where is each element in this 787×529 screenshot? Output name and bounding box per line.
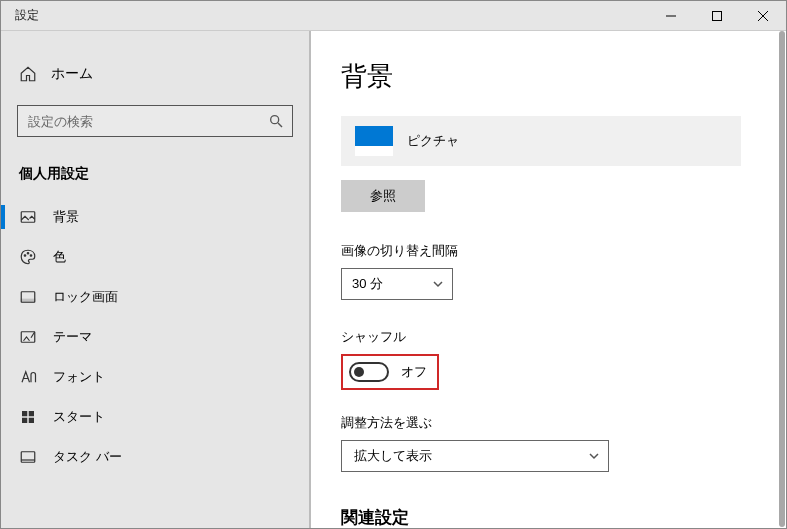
maximize-button[interactable] <box>694 1 740 31</box>
close-button[interactable] <box>740 1 786 31</box>
font-icon <box>19 368 37 386</box>
content-area: 背景 ピクチャ 参照 画像の切り替え間隔 30 分 シャッフル オフ 調整方法を… <box>311 31 786 528</box>
svg-rect-1 <box>713 11 722 20</box>
page-title: 背景 <box>341 59 756 94</box>
home-label: ホーム <box>51 65 93 83</box>
chevron-down-icon <box>432 278 444 290</box>
shuffle-label: シャッフル <box>341 328 756 346</box>
svg-point-4 <box>271 116 279 124</box>
svg-line-5 <box>278 123 282 127</box>
start-icon <box>19 408 37 426</box>
svg-rect-17 <box>21 452 35 463</box>
browse-button[interactable]: 参照 <box>341 180 425 212</box>
svg-point-8 <box>27 253 29 255</box>
picture-icon <box>19 208 37 226</box>
sidebar-item-colors[interactable]: 色 <box>1 237 309 277</box>
svg-point-7 <box>24 255 26 257</box>
shuffle-toggle[interactable] <box>349 362 389 382</box>
fit-value: 拡大して表示 <box>354 447 432 465</box>
palette-icon <box>19 248 37 266</box>
home-icon <box>19 65 37 83</box>
svg-rect-11 <box>21 299 35 302</box>
sidebar-item-label: フォント <box>53 368 105 386</box>
titlebar: 設定 <box>1 1 786 31</box>
search-field[interactable] <box>28 114 268 129</box>
picture-source-card[interactable]: ピクチャ <box>341 116 741 166</box>
picture-source-label: ピクチャ <box>407 132 459 150</box>
sidebar-item-label: タスク バー <box>53 448 122 466</box>
chevron-down-icon <box>588 450 600 462</box>
interval-select[interactable]: 30 分 <box>341 268 453 300</box>
sidebar-item-background[interactable]: 背景 <box>1 197 309 237</box>
theme-icon <box>19 328 37 346</box>
section-header: 個人用設定 <box>1 159 309 197</box>
shuffle-value: オフ <box>401 363 427 381</box>
svg-rect-12 <box>21 332 35 343</box>
sidebar-item-label: ロック画面 <box>53 288 118 306</box>
taskbar-icon <box>19 448 37 466</box>
window-title: 設定 <box>1 7 648 24</box>
home-link[interactable]: ホーム <box>1 57 309 91</box>
sidebar-item-label: テーマ <box>53 328 92 346</box>
lockscreen-icon <box>19 288 37 306</box>
interval-value: 30 分 <box>352 275 383 293</box>
related-settings-heading: 関連設定 <box>341 506 756 528</box>
nav-list: 背景 色 ロック画面 テーマ <box>1 197 309 477</box>
picture-thumb-icon <box>355 126 393 156</box>
sidebar-item-themes[interactable]: テーマ <box>1 317 309 357</box>
minimize-button[interactable] <box>648 1 694 31</box>
shuffle-highlight: オフ <box>341 354 439 390</box>
svg-point-9 <box>30 255 32 257</box>
sidebar-item-start[interactable]: スタート <box>1 397 309 437</box>
toggle-knob <box>354 367 364 377</box>
interval-label: 画像の切り替え間隔 <box>341 242 756 260</box>
fit-select[interactable]: 拡大して表示 <box>341 440 609 472</box>
sidebar-item-label: スタート <box>53 408 105 426</box>
search-input[interactable] <box>17 105 293 137</box>
sidebar-item-label: 色 <box>53 248 66 266</box>
svg-rect-14 <box>29 411 34 416</box>
svg-rect-16 <box>29 418 34 423</box>
svg-rect-15 <box>22 418 27 423</box>
scrollbar[interactable] <box>779 31 785 527</box>
sidebar-item-lockscreen[interactable]: ロック画面 <box>1 277 309 317</box>
sidebar-item-label: 背景 <box>53 208 79 226</box>
sidebar-item-taskbar[interactable]: タスク バー <box>1 437 309 477</box>
search-icon <box>268 113 284 129</box>
svg-rect-13 <box>22 411 27 416</box>
fit-label: 調整方法を選ぶ <box>341 414 756 432</box>
sidebar-item-fonts[interactable]: フォント <box>1 357 309 397</box>
sidebar: ホーム 個人用設定 背景 色 <box>1 31 311 528</box>
